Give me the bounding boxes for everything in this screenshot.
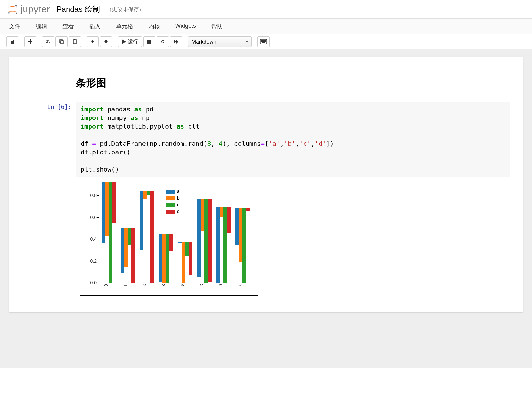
legend-swatch xyxy=(166,196,175,200)
plus-icon xyxy=(28,39,32,44)
output-area: 0.00.20.40.60.8 01234567 abcd xyxy=(76,177,510,296)
save-status: （更改未保存） xyxy=(106,6,144,13)
legend-entry: a xyxy=(166,188,180,195)
toolbar: 运行 Markdown xyxy=(0,34,532,49)
bar-b xyxy=(220,207,223,217)
command-palette-button[interactable] xyxy=(257,36,270,47)
svg-rect-6 xyxy=(74,39,75,40)
svg-rect-17 xyxy=(264,41,265,42)
x-tick-label: 7 xyxy=(237,284,242,286)
restart-run-all-button[interactable] xyxy=(170,36,182,47)
bar-d xyxy=(189,242,192,275)
y-tick-label: 0.8 xyxy=(90,193,97,198)
svg-rect-13 xyxy=(265,40,266,41)
svg-rect-14 xyxy=(261,41,262,42)
bar-b xyxy=(124,228,128,267)
bar-c xyxy=(204,199,208,283)
svg-rect-7 xyxy=(147,40,151,44)
x-tick-label: 3 xyxy=(161,284,166,286)
svg-rect-16 xyxy=(263,41,264,42)
cut-button[interactable] xyxy=(42,36,54,47)
menu-view[interactable]: 查看 xyxy=(60,19,76,34)
menu-help[interactable]: 帮助 xyxy=(209,19,225,34)
bar-c xyxy=(242,208,246,283)
x-tick-label: 5 xyxy=(199,284,204,286)
svg-rect-18 xyxy=(265,41,266,42)
bar-group xyxy=(102,182,116,283)
legend-entry: d xyxy=(166,208,180,215)
menu-cell[interactable]: 单元格 xyxy=(113,19,136,34)
legend-swatch xyxy=(166,210,175,214)
svg-point-0 xyxy=(15,5,17,7)
bar-c xyxy=(185,242,189,257)
x-tick-label: 4 xyxy=(180,284,185,286)
paste-button[interactable] xyxy=(69,36,81,47)
bar-a xyxy=(102,182,105,243)
code-input[interactable]: import pandas as pd import numpy as np i… xyxy=(76,102,510,177)
bar-group xyxy=(121,228,135,283)
bar-d xyxy=(246,208,249,211)
chart-legend: abcd xyxy=(163,186,183,217)
svg-rect-10 xyxy=(262,40,263,41)
jupyter-logo[interactable]: jupyter xyxy=(6,3,50,15)
stop-icon xyxy=(147,39,152,44)
move-down-button[interactable] xyxy=(100,36,112,47)
y-axis: 0.00.20.40.60.8 xyxy=(80,185,99,283)
bar-d xyxy=(208,199,211,281)
bar-group xyxy=(216,207,231,283)
svg-point-2 xyxy=(16,12,17,14)
svg-rect-15 xyxy=(262,41,263,42)
markdown-cell[interactable]: 条形图 xyxy=(22,70,510,98)
menu-file[interactable]: 文件 xyxy=(6,19,23,34)
bar-group xyxy=(235,208,250,283)
notebook-container: 条形图 In [6]: import pandas as pd import n… xyxy=(9,57,523,312)
keyboard-icon xyxy=(260,39,267,44)
bar-a xyxy=(178,242,182,243)
restart-button[interactable] xyxy=(157,36,169,47)
menu-insert[interactable]: 插入 xyxy=(87,19,103,34)
bar-b xyxy=(105,182,109,236)
bar-b xyxy=(239,208,242,262)
bar-c xyxy=(223,207,227,283)
interrupt-button[interactable] xyxy=(143,36,155,47)
jupyter-icon xyxy=(6,3,18,15)
menu-kernel[interactable]: 内核 xyxy=(146,19,162,34)
bar-b xyxy=(143,191,147,200)
bar-b xyxy=(201,199,204,231)
scissors-icon xyxy=(46,39,51,44)
legend-swatch xyxy=(166,203,175,207)
add-cell-button[interactable] xyxy=(24,36,36,47)
bar-d xyxy=(131,228,135,283)
menu-widgets[interactable]: Widgets xyxy=(173,19,198,34)
menu-edit[interactable]: 编辑 xyxy=(33,19,50,34)
bar-d xyxy=(150,191,154,283)
bar-a xyxy=(140,191,143,250)
move-up-button[interactable] xyxy=(87,36,99,47)
notebook-title[interactable]: Pandas 绘制 xyxy=(57,4,100,14)
cell-type-select-wrap: Markdown xyxy=(188,36,252,47)
arrow-down-icon xyxy=(104,39,108,44)
legend-swatch xyxy=(166,190,175,194)
copy-button[interactable] xyxy=(55,36,68,47)
y-tick-label: 0.6 xyxy=(90,215,97,220)
run-button[interactable]: 运行 xyxy=(118,36,142,47)
bar-a xyxy=(121,228,124,273)
save-button[interactable] xyxy=(6,36,18,47)
svg-rect-9 xyxy=(261,40,262,41)
legend-label: a xyxy=(177,188,180,195)
bar-a xyxy=(159,234,162,281)
bar-c xyxy=(128,228,131,245)
bar-group xyxy=(178,242,192,283)
legend-entry: b xyxy=(166,195,180,202)
fast-forward-icon xyxy=(174,39,179,44)
code-cell[interactable]: In [6]: import pandas as pd import numpy… xyxy=(22,102,510,296)
cell-type-select[interactable]: Markdown xyxy=(188,36,252,47)
bar-b xyxy=(162,234,166,283)
bar-a xyxy=(197,199,201,277)
bar-a xyxy=(216,207,220,283)
bar-a xyxy=(235,208,239,245)
svg-rect-19 xyxy=(262,42,265,43)
run-label: 运行 xyxy=(128,39,138,45)
save-icon xyxy=(10,39,15,44)
workspace: 条形图 In [6]: import pandas as pd import n… xyxy=(0,49,532,368)
